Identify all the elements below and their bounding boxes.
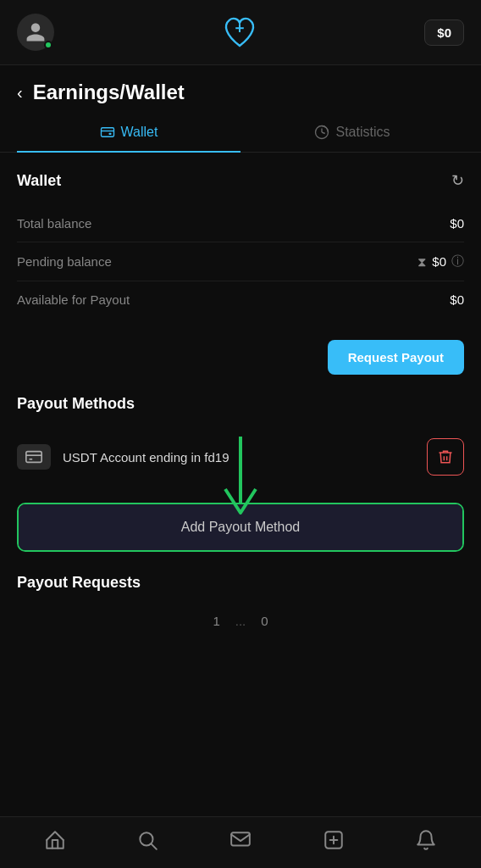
tab-statistics-label: Statistics (335, 125, 390, 140)
wallet-tab-icon (100, 125, 115, 140)
last-page-number[interactable]: 0 (261, 614, 268, 628)
bottom-nav (0, 816, 481, 868)
search-icon (136, 829, 158, 851)
available-payout-row: Available for Payout $0 (17, 281, 464, 318)
svg-rect-3 (108, 133, 111, 135)
content-area: Wallet ↻ Total balance $0 Pending balanc… (0, 153, 481, 721)
payout-methods-title: Payout Methods (17, 395, 464, 413)
trash-icon (437, 448, 454, 465)
svg-rect-5 (26, 452, 41, 463)
app-logo (219, 12, 260, 53)
svg-rect-2 (101, 128, 113, 137)
pagination-dots: ... (235, 614, 246, 628)
nav-search[interactable] (136, 829, 158, 851)
logo-svg (219, 12, 260, 53)
online-indicator (44, 41, 53, 49)
home-icon (44, 829, 66, 851)
wallet-section-header: Wallet ↻ (17, 171, 464, 190)
hourglass-icon: ⧗ (417, 254, 427, 270)
add-icon (323, 829, 345, 851)
method-label: USDT Account ending in fd19 (63, 450, 415, 465)
page-header: ‹ Earnings/Wallet (0, 65, 481, 113)
total-balance-row: Total balance $0 (17, 205, 464, 242)
svg-rect-11 (231, 832, 250, 845)
add-payout-method-container: Add Payout Method (17, 503, 464, 552)
svg-line-10 (152, 844, 157, 849)
available-payout-label: Available for Payout (17, 292, 130, 307)
payout-requests-title: Payout Requests (17, 574, 464, 592)
tab-statistics[interactable]: Statistics (240, 113, 464, 152)
payout-methods-section: Payout Methods USDT Account ending in fd… (0, 380, 481, 496)
pending-amount: $0 (432, 254, 446, 269)
page-title: Earnings/Wallet (33, 81, 185, 104)
add-payout-method-button[interactable]: Add Payout Method (19, 504, 462, 550)
pending-balance-label: Pending balance (17, 254, 112, 269)
nav-messages[interactable] (229, 829, 252, 851)
method-card-icon (17, 444, 51, 470)
pagination: 1 ... 0 (17, 605, 464, 637)
refresh-button[interactable]: ↻ (451, 171, 464, 190)
available-payout-value: $0 (450, 292, 464, 307)
back-button[interactable]: ‹ (17, 84, 23, 101)
statistics-tab-icon (314, 125, 329, 140)
tab-wallet[interactable]: Wallet (17, 113, 240, 152)
message-icon (229, 829, 252, 851)
avatar[interactable] (17, 14, 54, 51)
tab-wallet-label: Wallet (121, 125, 158, 140)
bell-icon (415, 829, 437, 851)
payout-method-item: USDT Account ending in fd19 (17, 426, 464, 487)
tabs-container: Wallet Statistics (0, 113, 481, 153)
pending-balance-value: ⧗ $0 ⓘ (417, 253, 464, 270)
top-header: $0 (0, 0, 481, 65)
request-payout-row: Request Payout (0, 326, 481, 380)
total-balance-label: Total balance (17, 216, 91, 231)
user-icon (25, 21, 47, 43)
payout-requests-section: Payout Requests 1 ... 0 (0, 559, 481, 645)
request-payout-button[interactable]: Request Payout (328, 340, 464, 375)
header-balance[interactable]: $0 (424, 19, 464, 46)
pending-balance-row: Pending balance ⧗ $0 ⓘ (17, 242, 464, 281)
wallet-section-title: Wallet (17, 172, 61, 190)
nav-notifications[interactable] (415, 829, 437, 851)
card-icon (25, 448, 43, 466)
delete-method-button[interactable] (427, 438, 464, 476)
nav-home[interactable] (44, 829, 66, 851)
total-balance-value: $0 (450, 216, 464, 231)
wallet-section: Wallet ↻ Total balance $0 Pending balanc… (0, 153, 481, 326)
page-number[interactable]: 1 (213, 614, 219, 628)
nav-add[interactable] (323, 829, 345, 851)
info-icon[interactable]: ⓘ (451, 253, 464, 270)
